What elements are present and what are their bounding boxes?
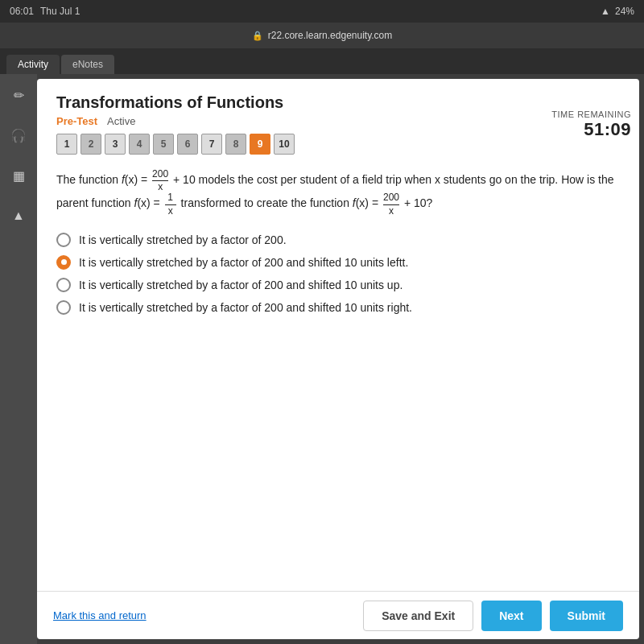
- frac3-numerator: 200: [383, 192, 399, 204]
- question-text: The function f(x) = 200 x + 10 models th…: [56, 169, 620, 217]
- lock-icon: 🔒: [252, 31, 263, 41]
- question-container: Transformations of Functions Pre-Test Ac…: [37, 79, 639, 591]
- math-frac-2: 1 x: [165, 192, 176, 216]
- next-button[interactable]: Next: [481, 601, 541, 631]
- pretest-label: Pre-Test: [56, 115, 97, 127]
- mark-return-link[interactable]: Mark this and return: [53, 609, 147, 621]
- status-bar-left: 06:01 Thu Jul 1: [10, 6, 80, 17]
- radio-a[interactable]: [56, 233, 71, 247]
- time-label: TIME REMAINING: [551, 109, 631, 119]
- wifi-icon: ▲: [601, 6, 610, 17]
- num-btn-3[interactable]: 3: [105, 134, 126, 155]
- tab-bar: Activity eNotes: [0, 48, 644, 74]
- num-btn-5[interactable]: 5: [153, 134, 174, 155]
- up-arrow-icon[interactable]: ▲: [6, 203, 31, 229]
- choice-c-text: It is vertically stretched by a factor o…: [79, 279, 402, 291]
- url-bar: 🔒 r22.core.learn.edgenuity.com: [0, 23, 644, 48]
- battery-level: 24%: [615, 6, 634, 17]
- num-btn-2[interactable]: 2: [80, 134, 101, 155]
- math-frac-3: 200 x: [383, 192, 399, 216]
- question-title: Transformations of Functions: [56, 93, 620, 112]
- frac2-numerator: 1: [165, 192, 176, 204]
- frac1-numerator: 200: [152, 169, 168, 181]
- headphones-icon[interactable]: 🎧: [6, 122, 31, 148]
- status-date: Thu Jul 1: [40, 6, 80, 17]
- num-btn-6[interactable]: 6: [177, 134, 198, 155]
- choice-a[interactable]: It is vertically stretched by a factor o…: [56, 233, 620, 247]
- bottom-buttons: Save and Exit Next Submit: [363, 601, 623, 631]
- status-time: 06:01: [10, 6, 34, 17]
- radio-b[interactable]: [56, 255, 71, 270]
- num-btn-7[interactable]: 7: [201, 134, 222, 155]
- num-btn-4[interactable]: 4: [129, 134, 150, 155]
- choice-d-text: It is vertically stretched by a factor o…: [79, 301, 412, 314]
- math-frac-1: 200 x: [152, 169, 168, 192]
- content-panel: Transformations of Functions Pre-Test Ac…: [37, 74, 644, 644]
- time-remaining: TIME REMAINING 51:09: [551, 109, 631, 140]
- main-wrapper: ✏ 🎧 ▦ ▲ Transformations of Functions Pre…: [0, 74, 644, 644]
- status-bar-right: ▲ 24%: [601, 6, 634, 17]
- status-label: Active: [107, 115, 135, 127]
- choice-b[interactable]: It is vertically stretched by a factor o…: [56, 255, 620, 270]
- pencil-icon[interactable]: ✏: [6, 82, 31, 108]
- question-subtitle: Pre-Test Active: [56, 115, 620, 127]
- radio-c[interactable]: [56, 278, 71, 292]
- sidebar: ✏ 🎧 ▦ ▲: [0, 74, 37, 644]
- choice-a-text: It is vertically stretched by a factor o…: [79, 233, 287, 246]
- calculator-icon[interactable]: ▦: [6, 163, 31, 188]
- question-header: Transformations of Functions Pre-Test Ac…: [56, 93, 620, 155]
- save-exit-button[interactable]: Save and Exit: [363, 601, 473, 631]
- radio-d[interactable]: [56, 300, 71, 315]
- submit-button[interactable]: Submit: [550, 601, 623, 631]
- tab-activity[interactable]: Activity: [6, 55, 60, 74]
- num-btn-10[interactable]: 10: [274, 134, 295, 155]
- num-btn-9[interactable]: 9: [250, 134, 270, 155]
- frac2-denominator: x: [165, 205, 176, 217]
- choice-c[interactable]: It is vertically stretched by a factor o…: [56, 278, 620, 292]
- num-btn-1[interactable]: 1: [56, 134, 77, 155]
- tab-enotes[interactable]: eNotes: [61, 55, 114, 74]
- bottom-bar: Mark this and return Save and Exit Next …: [37, 591, 639, 639]
- number-row: 1 2 3 4 5 6 7 8 9 10: [56, 134, 620, 155]
- num-btn-8[interactable]: 8: [225, 134, 246, 155]
- frac3-denominator: x: [386, 205, 397, 217]
- frac1-denominator: x: [155, 181, 166, 192]
- choice-d[interactable]: It is vertically stretched by a factor o…: [56, 300, 620, 315]
- choice-b-text: It is vertically stretched by a factor o…: [79, 256, 408, 269]
- status-bar: 06:01 Thu Jul 1 ▲ 24%: [0, 0, 644, 23]
- url-text: r22.core.learn.edgenuity.com: [268, 30, 393, 41]
- answer-choices: It is vertically stretched by a factor o…: [56, 233, 620, 315]
- time-value: 51:09: [551, 119, 631, 140]
